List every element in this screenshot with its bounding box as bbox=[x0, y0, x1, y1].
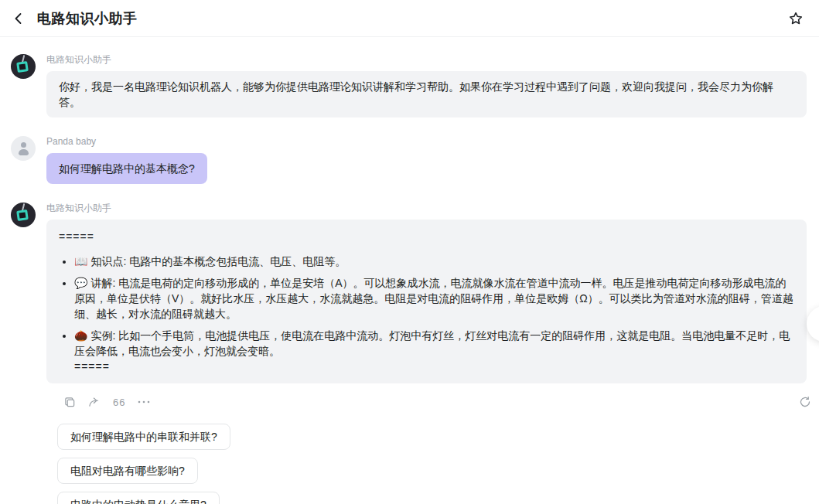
refresh-icon bbox=[799, 396, 811, 408]
chip-icon bbox=[16, 209, 29, 221]
quote-button[interactable]: 66 bbox=[113, 397, 125, 408]
message-body: Panda baby 如何理解电路中的基本概念? bbox=[46, 136, 807, 184]
divider-top: ===== bbox=[59, 229, 794, 244]
speech-balloon-icon: 💬 bbox=[74, 277, 87, 289]
bullet-example: 🌰实例: 比如一个手电筒，电池提供电压，使电流在电路中流动。灯泡中有灯丝，灯丝对… bbox=[74, 328, 794, 374]
share-icon bbox=[88, 397, 101, 408]
bullet-knowledge-point: 📖知识点: 电路中的基本概念包括电流、电压、电阻等。 bbox=[74, 254, 794, 269]
bullet-text: 知识点: 电路中的基本概念包括电流、电压、电阻等。 bbox=[90, 255, 346, 267]
bot-name: 电路知识小助手 bbox=[46, 203, 807, 213]
suggestion-emf-meaning[interactable]: 电路中的电动势是什么意思? bbox=[57, 492, 220, 504]
more-button[interactable] bbox=[138, 396, 150, 408]
chip-icon bbox=[16, 61, 29, 73]
regenerate-button[interactable] bbox=[799, 396, 811, 408]
bot-avatar bbox=[11, 203, 36, 227]
copy-icon bbox=[64, 397, 76, 408]
star-icon bbox=[788, 11, 804, 26]
message-toolbar: 66 bbox=[63, 394, 807, 410]
bot-name: 电路知识小助手 bbox=[46, 54, 807, 65]
chevron-left-icon bbox=[12, 12, 26, 26]
header: 电路知识小助手 bbox=[0, 0, 819, 37]
favorite-button[interactable] bbox=[787, 9, 805, 28]
user-avatar bbox=[11, 136, 36, 161]
bot-answer-message: 电路知识小助手 ===== 📖知识点: 电路中的基本概念包括电流、电压、电阻等。… bbox=[11, 203, 807, 383]
bot-greeting-bubble: 你好，我是一名电路理论知识机器人，能够为你提供电路理论知识讲解和学习帮助。如果你… bbox=[46, 71, 807, 117]
bullet-explanation: 💬讲解: 电流是电荷的定向移动形成的，单位是安培（A）。可以想象成水流，电流就像… bbox=[74, 275, 794, 322]
message-body: 电路知识小助手 ===== 📖知识点: 电路中的基本概念包括电流、电压、电阻等。… bbox=[46, 203, 807, 383]
user-name: Panda baby bbox=[46, 136, 807, 147]
user-message: Panda baby 如何理解电路中的基本概念? bbox=[11, 136, 807, 184]
answer-bullet-list: 📖知识点: 电路中的基本概念包括电流、电压、电阻等。 💬讲解: 电流是电荷的定向… bbox=[59, 254, 794, 374]
suggestion-resistance-effect[interactable]: 电阻对电路有哪些影响? bbox=[57, 458, 198, 484]
bot-answer-bubble: ===== 📖知识点: 电路中的基本概念包括电流、电压、电阻等。 💬讲解: 电流… bbox=[46, 220, 807, 383]
back-button[interactable] bbox=[9, 9, 28, 28]
copy-button[interactable] bbox=[63, 396, 76, 408]
bot-avatar bbox=[11, 54, 36, 79]
suggestion-series-parallel[interactable]: 如何理解电路中的串联和并联? bbox=[57, 424, 230, 450]
book-icon: 📖 bbox=[74, 255, 87, 267]
chestnut-icon: 🌰 bbox=[74, 329, 87, 342]
message-body: 电路知识小助手 你好，我是一名电路理论知识机器人，能够为你提供电路理论知识讲解和… bbox=[46, 54, 807, 117]
ellipsis-icon bbox=[138, 400, 150, 404]
person-icon bbox=[21, 142, 26, 148]
bullet-text: 实例: 比如一个手电筒，电池提供电压，使电流在电路中流动。灯泡中有灯丝，灯丝对电… bbox=[74, 329, 790, 357]
divider-bottom: ===== bbox=[74, 359, 794, 374]
person-icon-body bbox=[19, 149, 29, 155]
header-left: 电路知识小助手 bbox=[9, 9, 138, 28]
bot-greeting-message: 电路知识小助手 你好，我是一名电路理论知识机器人，能够为你提供电路理论知识讲解和… bbox=[11, 54, 807, 117]
bullet-text: 讲解: 电流是电荷的定向移动形成的，单位是安培（A）。可以想象成水流，电流就像水… bbox=[74, 277, 793, 320]
user-question-bubble: 如何理解电路中的基本概念? bbox=[46, 153, 207, 184]
suggested-questions: 如何理解电路中的串联和并联? 电阻对电路有哪些影响? 电路中的电动势是什么意思? bbox=[57, 424, 807, 504]
chat-area: 电路知识小助手 你好，我是一名电路理论知识机器人，能够为你提供电路理论知识讲解和… bbox=[0, 37, 819, 504]
share-button[interactable] bbox=[88, 396, 101, 408]
page-title: 电路知识小助手 bbox=[37, 9, 138, 28]
